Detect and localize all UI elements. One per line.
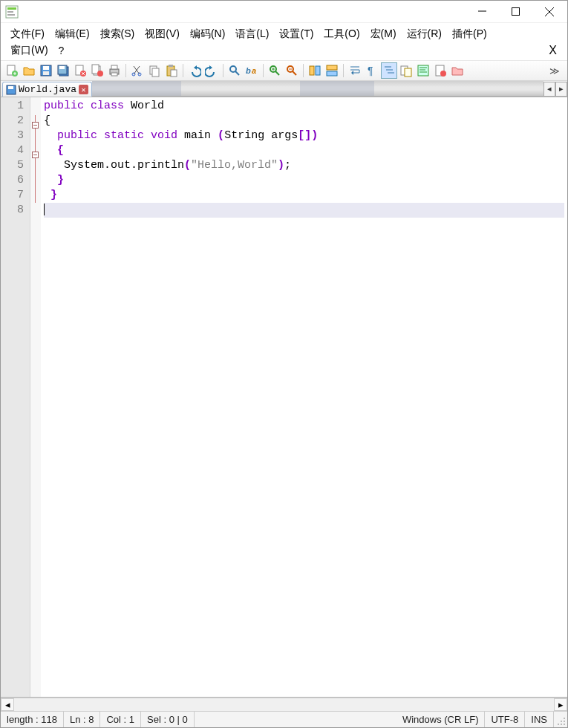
svg-rect-3 — [7, 14, 15, 16]
undo-icon[interactable] — [186, 62, 203, 79]
fold-column[interactable] — [30, 97, 41, 697]
svg-point-69 — [561, 724, 562, 725]
svg-rect-33 — [152, 68, 159, 77]
line-number-gutter: 12345678 — [1, 97, 30, 697]
sync-h-icon[interactable] — [324, 62, 340, 79]
horizontal-scrollbar[interactable]: ◂ ▸ — [1, 698, 567, 711]
svg-rect-13 — [43, 66, 49, 70]
code-area[interactable]: public class World{ public static void m… — [41, 97, 567, 697]
function-list-icon[interactable] — [432, 62, 448, 79]
status-col: Col : 1 — [100, 712, 141, 727]
svg-point-37 — [230, 66, 236, 72]
menu-edit[interactable]: 编辑(E) — [50, 26, 95, 42]
status-length: length : 118 — [1, 712, 64, 727]
scroll-left-icon[interactable]: ◂ — [1, 698, 14, 711]
menu-plugins[interactable]: 插件(P) — [447, 26, 492, 42]
cut-icon[interactable] — [129, 62, 146, 79]
svg-line-38 — [235, 71, 239, 75]
svg-rect-48 — [310, 66, 314, 75]
svg-rect-27 — [111, 73, 117, 76]
editor[interactable]: 12345678 public class World{ public stat… — [1, 97, 567, 698]
status-sel: Sel : 0 | 0 — [141, 712, 195, 727]
svg-rect-49 — [316, 66, 320, 75]
menu-help[interactable]: ? — [53, 43, 70, 58]
redo-icon[interactable] — [203, 62, 220, 79]
sync-v-icon[interactable] — [307, 62, 323, 79]
status-ln: Ln : 8 — [64, 712, 101, 727]
status-encoding[interactable]: UTF-8 — [485, 712, 525, 727]
tab-world-java[interactable]: World.java ✕ — [2, 82, 92, 97]
svg-text:a: a — [252, 66, 256, 75]
copy-icon[interactable] — [146, 62, 163, 79]
save-icon[interactable] — [38, 62, 54, 79]
zoom-out-icon[interactable] — [284, 62, 300, 79]
svg-rect-67 — [8, 86, 13, 89]
svg-point-70 — [564, 721, 565, 722]
svg-line-46 — [293, 71, 296, 75]
statusbar: length : 118 Ln : 8 Col : 1 Sel : 0 | 0 … — [1, 711, 567, 727]
svg-line-42 — [275, 71, 279, 75]
tab-label: World.java — [19, 84, 76, 95]
save-all-icon[interactable] — [55, 62, 71, 79]
svg-rect-26 — [111, 65, 117, 69]
svg-point-65 — [440, 71, 446, 77]
indent-guide-icon[interactable] — [381, 62, 397, 79]
find-icon[interactable] — [226, 62, 243, 79]
tab-close-icon[interactable]: ✕ — [79, 85, 88, 94]
svg-point-71 — [558, 724, 559, 725]
show-all-chars-icon[interactable]: ¶ — [364, 62, 380, 79]
open-file-icon[interactable] — [21, 62, 37, 79]
menu-view[interactable]: 视图(V) — [140, 26, 185, 42]
tab-scroll-right-icon[interactable]: ▸ — [555, 82, 567, 97]
svg-text:¶: ¶ — [368, 65, 373, 77]
tab-scroll-left-icon[interactable]: ◂ — [543, 82, 555, 97]
minimize-button[interactable] — [466, 1, 499, 22]
app-icon — [5, 5, 19, 19]
status-ins[interactable]: INS — [525, 712, 554, 727]
svg-point-73 — [564, 718, 565, 719]
scroll-right-icon[interactable]: ▸ — [554, 698, 567, 711]
toolbar-overflow[interactable]: ≫ — [545, 65, 564, 77]
menubar: 文件(F) 编辑(E) 搜索(S) 视图(V) 编码(N) 语言(L) 设置(T… — [1, 23, 567, 60]
toolbar: ba ¶ ≫ — [1, 60, 567, 81]
zoom-in-icon[interactable] — [267, 62, 283, 79]
folder-icon[interactable] — [449, 62, 466, 79]
svg-rect-14 — [43, 71, 49, 75]
close-file-icon[interactable] — [72, 62, 88, 79]
tab-strip — [92, 81, 543, 97]
svg-rect-17 — [59, 66, 65, 69]
menu-run[interactable]: 运行(R) — [402, 26, 447, 42]
status-eol[interactable]: Windows (CR LF) — [396, 712, 486, 727]
doc-map-icon[interactable] — [415, 62, 431, 79]
resize-grip-icon[interactable] — [554, 712, 567, 727]
svg-text:b: b — [246, 66, 251, 75]
tab-save-icon — [6, 85, 16, 95]
menu-search[interactable]: 搜索(S) — [95, 26, 140, 42]
svg-rect-51 — [327, 71, 337, 76]
close-window-button[interactable] — [532, 1, 566, 22]
menu-encoding[interactable]: 编码(N) — [185, 26, 230, 42]
folder-as-workspace-icon[interactable] — [398, 62, 414, 79]
close-tab-x[interactable]: X — [543, 44, 563, 57]
tabbar: World.java ✕ ◂ ▸ — [1, 81, 567, 97]
svg-rect-35 — [169, 65, 173, 67]
close-all-icon[interactable] — [89, 62, 105, 79]
new-file-icon[interactable] — [4, 62, 20, 79]
svg-point-68 — [564, 724, 565, 725]
menu-settings[interactable]: 设置(T) — [274, 26, 319, 42]
wordwrap-icon[interactable] — [347, 62, 363, 79]
print-icon[interactable] — [106, 62, 123, 79]
menu-language[interactable]: 语言(L) — [230, 26, 274, 42]
titlebar — [1, 1, 567, 23]
menu-window[interactable]: 窗口(W) — [5, 42, 53, 59]
menu-file[interactable]: 文件(F) — [5, 26, 50, 42]
paste-icon[interactable] — [163, 62, 180, 79]
svg-point-72 — [561, 721, 562, 722]
svg-rect-1 — [7, 7, 16, 10]
menu-tools[interactable]: 工具(O) — [319, 26, 365, 42]
replace-icon[interactable]: ba — [244, 62, 260, 79]
svg-rect-60 — [418, 65, 428, 76]
svg-rect-36 — [171, 70, 177, 77]
maximize-button[interactable] — [499, 1, 532, 22]
menu-macro[interactable]: 宏(M) — [365, 26, 402, 42]
